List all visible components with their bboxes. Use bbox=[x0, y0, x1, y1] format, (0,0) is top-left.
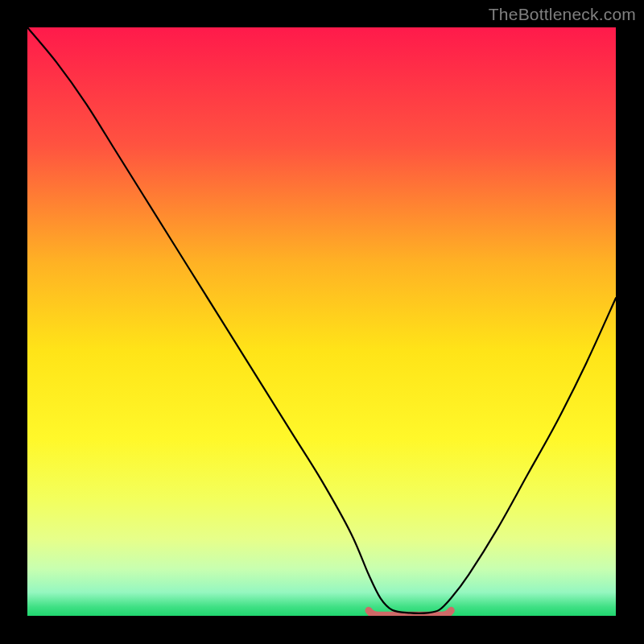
plot-area bbox=[27, 27, 616, 616]
watermark-text: TheBottleneck.com bbox=[489, 5, 636, 24]
chart-frame: TheBottleneck.com bbox=[0, 0, 644, 644]
chart-svg bbox=[27, 27, 616, 616]
chart-background-gradient bbox=[27, 27, 616, 616]
